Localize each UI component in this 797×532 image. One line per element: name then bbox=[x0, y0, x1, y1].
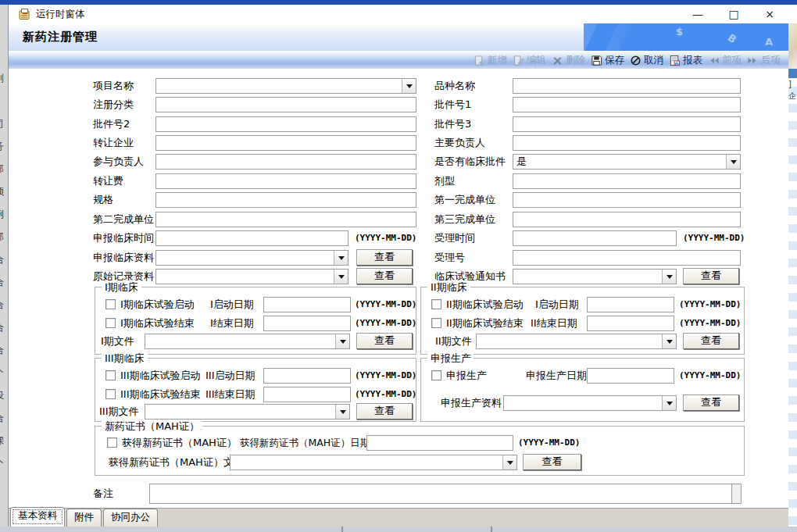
certificate-date-input[interactable] bbox=[366, 435, 513, 451]
date-format-hint: (YYYY-MM-DD) bbox=[679, 297, 741, 312]
background-window-bottom-sliver bbox=[0, 527, 797, 532]
tab-collaboration[interactable]: 协同办公 bbox=[103, 509, 158, 527]
specification-input[interactable] bbox=[155, 192, 416, 208]
has-clinical-approval-combobox[interactable]: 是 bbox=[513, 154, 741, 170]
phase3-start-checkbox[interactable] bbox=[105, 370, 116, 380]
first-completion-unit-input[interactable] bbox=[513, 192, 741, 208]
dosage-form-input[interactable] bbox=[513, 173, 741, 189]
dropdown-button[interactable] bbox=[402, 79, 416, 93]
title-bar[interactable]: 运行时窗体 — □ × bbox=[9, 5, 788, 23]
dropdown-button[interactable] bbox=[662, 270, 676, 284]
tab-basic-info[interactable]: 基本资料 bbox=[10, 507, 65, 527]
delete-button[interactable]: 删除 bbox=[552, 54, 585, 67]
phase2-start-date-input[interactable] bbox=[587, 297, 674, 312]
production-date-label: 申报生产日期 bbox=[526, 368, 587, 384]
clinical-application-date-input[interactable] bbox=[155, 230, 348, 246]
second-completion-unit-input[interactable] bbox=[155, 212, 416, 227]
production-materials-combobox[interactable] bbox=[503, 395, 677, 411]
dosage-form-label: 剂型 bbox=[434, 173, 455, 189]
phase2-end-date-input[interactable] bbox=[587, 316, 674, 331]
clinical-application-materials-combobox[interactable] bbox=[155, 250, 348, 266]
toolbar: 新增 编辑 删除 保存 取消 报表 前项 后项 bbox=[9, 51, 788, 69]
main-leader-input[interactable] bbox=[513, 135, 741, 151]
certificate-file-view-button[interactable]: 查看 bbox=[523, 454, 581, 470]
dropdown-button[interactable] bbox=[662, 396, 676, 410]
chevron-down-icon bbox=[340, 340, 346, 347]
acceptance-date-input[interactable] bbox=[513, 230, 677, 246]
clinical-trial-notice-view-button[interactable]: 查看 bbox=[683, 268, 739, 284]
banner-glyph: A bbox=[765, 36, 773, 48]
dropdown-button[interactable] bbox=[334, 251, 348, 265]
tab-attachments[interactable]: 附件 bbox=[66, 509, 102, 527]
report-button[interactable]: 报表 bbox=[669, 54, 702, 67]
dropdown-button[interactable] bbox=[662, 334, 676, 348]
approval-no3-input[interactable] bbox=[513, 116, 741, 132]
dropdown-button[interactable] bbox=[335, 334, 349, 348]
certificate-file-combobox[interactable] bbox=[230, 455, 517, 470]
remark-scrollbar[interactable] bbox=[731, 484, 741, 503]
phase3-start-checkbox-label: III期临床试验启动 bbox=[120, 368, 201, 384]
phase1-file-label: I期文件 bbox=[101, 334, 134, 349]
add-icon bbox=[474, 55, 485, 66]
transfer-fee-input[interactable] bbox=[155, 173, 416, 189]
phase1-file-view-button[interactable]: 查看 bbox=[356, 333, 413, 349]
phase3-start-date-input[interactable] bbox=[263, 368, 351, 384]
page-title: 新药注册管理 bbox=[23, 30, 98, 45]
phase3-file-combobox[interactable] bbox=[145, 404, 350, 420]
original-record-materials-combobox[interactable] bbox=[155, 269, 348, 284]
phase2-end-checkbox[interactable] bbox=[431, 318, 441, 328]
date-format-hint: (YYYY-MM-DD) bbox=[518, 435, 580, 451]
phase1-file-combobox[interactable] bbox=[145, 334, 350, 349]
registration-category-input[interactable] bbox=[155, 97, 416, 112]
transfer-fee-label: 转让费 bbox=[93, 173, 123, 189]
production-checkbox[interactable] bbox=[431, 370, 441, 380]
combobox-value: 是 bbox=[516, 155, 527, 169]
cancel-button[interactable]: 取消 bbox=[630, 54, 663, 67]
dropdown-button[interactable] bbox=[334, 270, 348, 284]
transfer-enterprise-input[interactable] bbox=[155, 135, 416, 151]
original-record-materials-view-button[interactable]: 查看 bbox=[356, 268, 413, 284]
phase3-end-date-input[interactable] bbox=[263, 387, 351, 402]
next-button[interactable]: 后项 bbox=[747, 54, 781, 67]
minimize-button[interactable]: — bbox=[692, 8, 704, 20]
third-completion-unit-label: 第三完成单位 bbox=[434, 212, 495, 227]
add-button-label: 新增 bbox=[488, 54, 507, 67]
participating-leader-input[interactable] bbox=[155, 154, 416, 170]
runtime-form-window: 运行时窗体 — □ × 新药注册管理 $ B A 新增 编辑 删除 保存 bbox=[8, 5, 788, 527]
save-button[interactable]: 保存 bbox=[591, 54, 624, 67]
dropdown-button[interactable] bbox=[726, 155, 740, 169]
phase2-file-view-button[interactable]: 查看 bbox=[683, 333, 739, 349]
dropdown-button[interactable] bbox=[335, 405, 349, 419]
remark-input[interactable] bbox=[149, 484, 742, 504]
edit-icon bbox=[513, 55, 524, 66]
clinical-application-materials-view-button[interactable]: 查看 bbox=[356, 249, 413, 266]
certificate-checkbox[interactable] bbox=[107, 437, 117, 448]
acceptance-number-input[interactable] bbox=[513, 250, 741, 266]
phase1-start-checkbox[interactable] bbox=[105, 299, 116, 309]
production-date-input[interactable] bbox=[587, 368, 674, 384]
edit-button[interactable]: 编辑 bbox=[513, 54, 546, 67]
approval-no2-input[interactable] bbox=[155, 116, 416, 132]
previous-button[interactable]: 前项 bbox=[708, 54, 742, 67]
window-title: 运行时窗体 bbox=[36, 8, 85, 21]
add-button[interactable]: 新增 bbox=[474, 54, 507, 67]
variety-name-input[interactable] bbox=[513, 78, 741, 94]
phase3-end-checkbox[interactable] bbox=[105, 389, 116, 399]
phase2-file-combobox[interactable] bbox=[476, 334, 677, 349]
phase2-start-checkbox[interactable] bbox=[431, 299, 441, 309]
phase1-start-date-input[interactable] bbox=[263, 297, 351, 312]
approval-no1-input[interactable] bbox=[513, 97, 741, 112]
phase1-end-date-input[interactable] bbox=[263, 316, 351, 331]
dropdown-button[interactable] bbox=[502, 455, 516, 470]
chevron-down-icon bbox=[507, 461, 513, 468]
phase3-file-view-button[interactable]: 查看 bbox=[356, 403, 413, 420]
maximize-button[interactable]: □ bbox=[727, 8, 740, 20]
phase1-end-checkbox[interactable] bbox=[105, 318, 116, 328]
project-name-combobox[interactable] bbox=[155, 78, 416, 94]
date-format-hint: (YYYY-MM-DD) bbox=[355, 297, 416, 312]
third-completion-unit-input[interactable] bbox=[513, 212, 741, 227]
chevron-down-icon bbox=[667, 340, 673, 347]
clinical-trial-notice-combobox[interactable] bbox=[513, 269, 677, 284]
production-materials-view-button[interactable]: 查看 bbox=[683, 395, 739, 411]
close-button[interactable]: × bbox=[763, 8, 776, 20]
